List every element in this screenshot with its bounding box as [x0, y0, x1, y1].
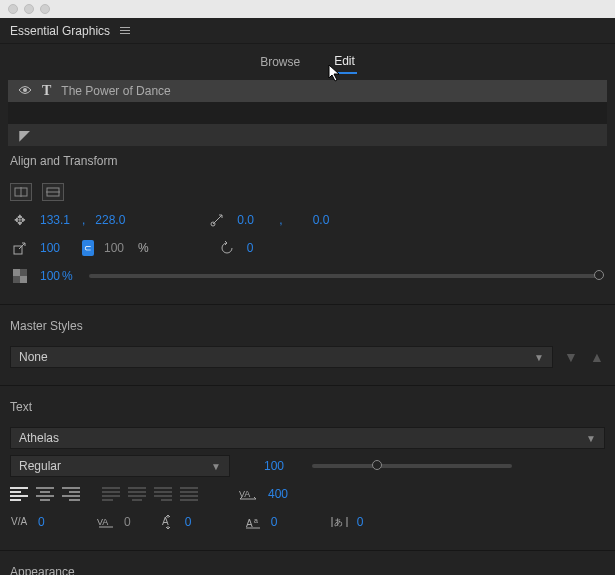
font-style-value: Regular [19, 459, 61, 473]
text-layer-icon: T [42, 83, 51, 99]
svg-rect-8 [13, 269, 20, 276]
kerning-icon: V/A [10, 515, 32, 529]
layer-row[interactable]: T The Power of Dance [8, 80, 607, 102]
leading-icon: A [157, 515, 179, 529]
align-right-button[interactable] [62, 487, 80, 501]
push-to-style-button[interactable]: ▼ [563, 349, 579, 365]
opacity-slider[interactable] [89, 274, 599, 278]
pin-toolstrip: ◥ [8, 124, 607, 146]
tab-browse[interactable]: Browse [258, 51, 302, 73]
section-label-text: Text [10, 400, 605, 414]
anchor-y-input[interactable]: 0.0 [313, 213, 345, 227]
svg-text:a: a [254, 517, 258, 524]
pull-from-style-button[interactable]: ▲ [589, 349, 605, 365]
anchor-x-input[interactable]: 0.0 [237, 213, 269, 227]
master-style-value: None [19, 350, 48, 364]
layer-name[interactable]: The Power of Dance [61, 84, 170, 98]
justify-last-center-button[interactable] [128, 487, 146, 501]
kerning-input[interactable]: 0 [38, 515, 70, 529]
section-text: Text Athelas ▼ Regular ▼ 100 V [0, 392, 615, 544]
font-family-select[interactable]: Athelas ▼ [10, 427, 605, 449]
anchor-point-icon [207, 212, 227, 228]
layer-list-empty [8, 102, 607, 124]
justify-last-right-button[interactable] [154, 487, 172, 501]
position-y-input[interactable]: 228.0 [95, 213, 127, 227]
baseline-input[interactable]: 0 [271, 515, 303, 529]
minimize-window-button[interactable] [24, 4, 34, 14]
scale-width-input[interactable]: 100 [40, 241, 72, 255]
va-metrics-icon: VA [96, 515, 118, 529]
align-horizontal-button[interactable] [10, 183, 32, 201]
rotation-input[interactable]: 0 [247, 241, 279, 255]
tsume-icon: あ [329, 515, 351, 529]
svg-text:V/A: V/A [11, 516, 27, 527]
scale-height-input[interactable]: 100 [104, 241, 124, 255]
tab-edit[interactable]: Edit [332, 50, 357, 74]
align-vertical-button[interactable] [42, 183, 64, 201]
svg-text:VA: VA [97, 517, 108, 527]
va-input[interactable]: 0 [124, 515, 131, 529]
tracking-input[interactable]: 400 [268, 487, 300, 501]
align-center-button[interactable] [36, 487, 54, 501]
visibility-toggle-icon[interactable] [18, 84, 32, 98]
zoom-window-button[interactable] [40, 4, 50, 14]
svg-text:A: A [246, 518, 253, 529]
scale-icon [10, 241, 30, 255]
master-style-select[interactable]: None ▼ [10, 346, 553, 368]
section-label-align: Align and Transform [10, 154, 605, 168]
section-label-master: Master Styles [10, 319, 605, 333]
font-size-slider[interactable] [312, 464, 512, 468]
scale-unit: % [138, 241, 149, 255]
justify-last-left-button[interactable] [102, 487, 120, 501]
font-size-input[interactable]: 100 [264, 459, 296, 473]
leading-input[interactable]: 0 [185, 515, 217, 529]
svg-text:あ: あ [334, 517, 343, 527]
chevron-down-icon: ▼ [534, 352, 544, 363]
section-label-appearance: Appearance [10, 565, 605, 575]
tsume-input[interactable]: 0 [357, 515, 389, 529]
tab-bar: Browse Edit [0, 44, 615, 80]
window-titlebar [0, 0, 615, 18]
text-align-group [10, 487, 198, 501]
align-left-button[interactable] [10, 487, 28, 501]
chevron-down-icon: ▼ [586, 433, 596, 444]
section-appearance: Appearance [0, 557, 615, 575]
svg-text:VA: VA [239, 489, 250, 499]
baseline-shift-icon: Aa [243, 515, 265, 529]
font-style-select[interactable]: Regular ▼ [10, 455, 230, 477]
position-icon: ✥ [10, 212, 30, 228]
rotation-icon [217, 241, 237, 255]
opacity-icon [10, 269, 30, 283]
section-master-styles: Master Styles None ▼ ▼ ▲ [0, 311, 615, 379]
justify-all-button[interactable] [180, 487, 198, 501]
svg-point-0 [23, 88, 27, 92]
panel-header: Essential Graphics [0, 18, 615, 44]
panel-title: Essential Graphics [10, 24, 110, 38]
panel-menu-icon[interactable] [120, 27, 130, 34]
chevron-down-icon: ▼ [211, 461, 221, 472]
tracking-icon: VA [238, 488, 258, 500]
close-window-button[interactable] [8, 4, 18, 14]
section-align-transform: Align and Transform ✥ 133.1 , 228.0 0.0 … [0, 146, 615, 298]
opacity-input[interactable]: 100% [40, 269, 73, 283]
constrain-proportions-toggle[interactable]: ⊂ [82, 240, 94, 256]
font-family-value: Athelas [19, 431, 59, 445]
position-x-input[interactable]: 133.1 [40, 213, 72, 227]
pin-icon[interactable]: ◥ [14, 127, 34, 143]
svg-rect-9 [20, 276, 27, 283]
